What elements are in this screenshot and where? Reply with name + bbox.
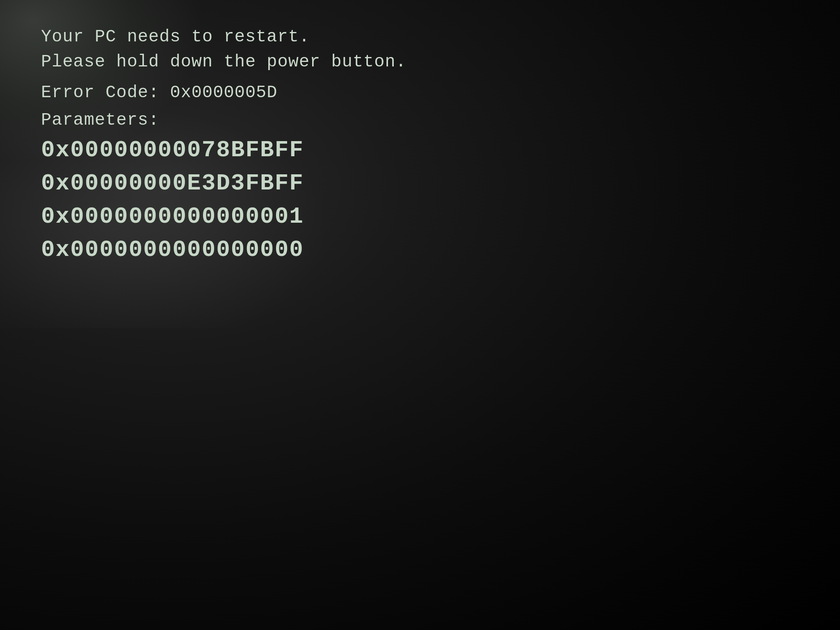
error-content: Your PC needs to restart. Please hold do… xyxy=(41,25,406,267)
bsod-screen: Your PC needs to restart. Please hold do… xyxy=(0,0,840,630)
line-parameters-header: Parameters: xyxy=(41,108,406,133)
line-error-code: Error Code: 0x0000005D xyxy=(41,80,406,105)
param1: 0x00000000078BFBFF xyxy=(41,134,406,167)
param4: 0x0000000000000000 xyxy=(41,233,406,267)
param3: 0x0000000000000001 xyxy=(41,200,406,233)
line-restart: Your PC needs to restart. xyxy=(41,25,406,50)
line-power-button: Please hold down the power button. xyxy=(41,50,406,75)
param2: 0x00000000E3D3FBFF xyxy=(41,167,406,200)
